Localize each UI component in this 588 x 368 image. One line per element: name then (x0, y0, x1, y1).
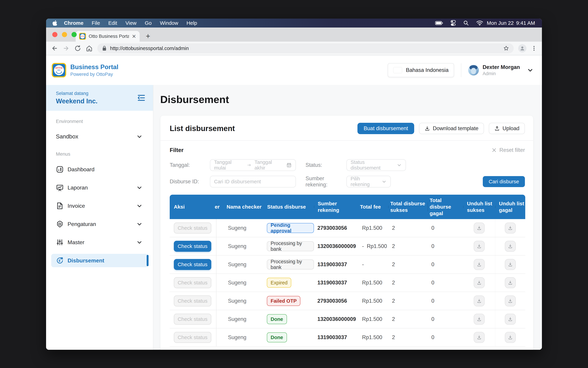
check-status-button[interactable]: Check status (174, 241, 211, 252)
battery-icon[interactable] (435, 21, 443, 25)
menubar-item-chrome[interactable]: Chrome (60, 20, 88, 26)
download-sukses-button[interactable] (474, 295, 485, 306)
chevron-down-icon (136, 202, 143, 209)
zoom-window-button[interactable] (72, 32, 77, 37)
new-tab-button[interactable]: + (146, 32, 150, 40)
download-sukses-button[interactable] (474, 222, 485, 233)
menubar-time[interactable]: 9:41 AM (516, 20, 535, 26)
total-sukses-value: 2 (388, 237, 428, 255)
reload-icon[interactable] (74, 45, 81, 52)
status-badge: Processing by bank (267, 259, 314, 269)
date-range-input[interactable]: Tanggal mulai Tanggal akhir (210, 159, 296, 171)
chevron-down-icon (136, 133, 143, 140)
user-name: Dexter Morgan (483, 64, 520, 70)
download-gagal-button[interactable] (505, 277, 516, 288)
address-bar[interactable]: http://ottobusinessportal.com/admin (97, 43, 514, 53)
check-status-button[interactable]: Check status (174, 222, 211, 233)
sidebar-collapse-icon[interactable] (137, 94, 145, 101)
spotlight-search-icon[interactable] (463, 20, 469, 26)
download-icon (508, 298, 513, 304)
disbursement-money-icon: $ (56, 257, 64, 265)
control-center-icon[interactable] (451, 20, 456, 26)
main-content: Disbursement List disbursement Buat disb… (153, 85, 542, 350)
download-sukses-button[interactable] (474, 332, 485, 343)
buat-disbursement-button[interactable]: Buat disbursement (357, 123, 414, 134)
download-gagal-button[interactable] (505, 259, 516, 270)
check-status-button[interactable]: Check status (174, 332, 211, 343)
menubar-item-window[interactable]: Window (156, 20, 182, 26)
environment-selector[interactable]: Sandbox (51, 130, 148, 143)
disburse-id-input[interactable] (214, 179, 292, 184)
browser-tab[interactable]: OTTO Otto Business Portal ✕ (76, 31, 140, 42)
tab-close-icon[interactable]: ✕ (132, 33, 136, 39)
tab-strip: OTTO Otto Business Portal ✕ + (46, 28, 542, 42)
col-sumber-rekening: Sumber rekening (314, 200, 358, 213)
sidebar-item-master[interactable]: Master (51, 236, 148, 249)
download-gagal-button[interactable] (505, 332, 516, 343)
menubar-item-file[interactable]: File (88, 20, 104, 26)
download-gagal-button[interactable] (505, 241, 516, 252)
brand[interactable]: OTTO PAY Business Portal Powered by Otto… (52, 63, 118, 77)
apple-logo-icon[interactable] (52, 20, 57, 26)
upload-button[interactable]: Upload (489, 123, 525, 134)
sidebar-item-laporan[interactable]: Laporan (51, 181, 148, 194)
download-gagal-button[interactable] (505, 314, 516, 325)
check-status-button[interactable]: Check status (174, 314, 211, 325)
url-text[interactable]: http://ottobusinessportal.com/admin (110, 46, 500, 51)
user-role: Admin (483, 71, 520, 76)
sidebar-item-invoice[interactable]: Invoice (51, 199, 148, 212)
welcome-label: Selamat datang (56, 91, 137, 96)
browser-menu-kebab-icon[interactable] (531, 45, 537, 51)
download-icon (477, 298, 482, 304)
download-sukses-button[interactable] (474, 314, 485, 325)
sidebar-item-dashboard[interactable]: Dashboard (51, 163, 148, 176)
wifi-icon[interactable] (476, 20, 483, 26)
checker-name: Sugeng (223, 292, 263, 310)
status-badge: Failed OTP (267, 296, 300, 306)
download-icon (508, 317, 513, 322)
total-fee-value: Rp1.500 (358, 310, 388, 328)
home-icon[interactable] (86, 45, 93, 52)
minimize-window-button[interactable] (62, 32, 67, 37)
cari-disburse-button[interactable]: Cari disburse (483, 176, 525, 187)
menubar-item-edit[interactable]: Edit (104, 20, 121, 26)
menubar-item-view[interactable]: View (121, 20, 140, 26)
company-name: Weekend Inc. (56, 98, 137, 105)
language-selector-button[interactable]: Bahasa Indonesia (388, 63, 454, 77)
download-template-button[interactable]: Download template (419, 123, 484, 134)
forward-icon[interactable] (63, 45, 70, 52)
check-status-button[interactable]: Check status (174, 295, 211, 306)
back-icon[interactable] (51, 45, 58, 52)
sidebar-item-disbursement[interactable]: $ Disbursement (51, 254, 148, 267)
sumber-rekening-dropdown[interactable]: Pilih rekening (346, 176, 391, 187)
calendar-icon (286, 162, 292, 168)
user-menu[interactable]: Dexter Morgan Admin (468, 64, 534, 76)
download-sukses-button[interactable] (474, 241, 485, 252)
status-label: Status: (306, 162, 346, 168)
download-sukses-button[interactable] (474, 277, 485, 288)
download-gagal-button[interactable] (505, 295, 516, 306)
col-nama-checker: Nama checker (223, 204, 263, 210)
check-status-button[interactable]: Check status (174, 277, 211, 288)
sidebar-item-pengaturan[interactable]: Pengaturan (51, 217, 148, 231)
download-gagal-button[interactable] (505, 222, 516, 233)
chevron-down-icon[interactable] (527, 67, 534, 74)
menubar-item-go[interactable]: Go (141, 20, 156, 26)
total-fee-value: Rp1.500 (358, 274, 388, 292)
disbursement-card: List disbursement Buat disbursement Down… (160, 115, 533, 350)
tanggal-label: Tanggal: (170, 162, 210, 168)
menubar-item-help[interactable]: Help (182, 20, 201, 26)
status-dropdown[interactable]: Status disbursement (346, 159, 406, 171)
reset-filter-button[interactable]: Reset filter (492, 147, 525, 153)
download-sukses-button[interactable] (474, 259, 485, 270)
filter-title: Filter (170, 147, 492, 153)
total-sukses-value: 2 (388, 256, 428, 273)
check-status-button[interactable]: Check status (174, 259, 211, 270)
close-window-button[interactable] (52, 32, 57, 37)
total-gagal-value: 0 (428, 310, 463, 328)
menus-section-label: Menus (56, 151, 148, 157)
checker-name: Sugeng (223, 256, 263, 273)
menubar-date[interactable]: Mon Jun 22 (487, 20, 514, 26)
browser-profile-icon[interactable] (518, 44, 526, 52)
bookmark-star-icon[interactable] (503, 45, 509, 51)
